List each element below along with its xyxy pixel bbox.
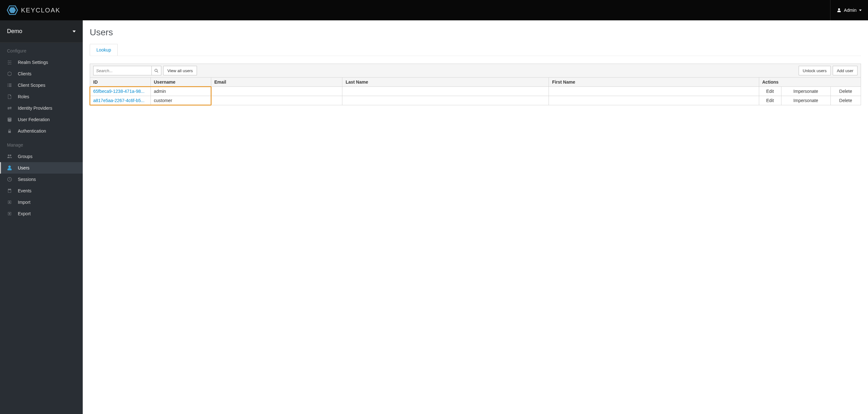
sidebar-item-label: Clients [18,71,31,76]
search-group [93,66,161,75]
list-icon [7,83,12,88]
edit-action[interactable]: Edit [759,96,781,105]
header-email: Email [211,77,342,87]
cell-id: 65fbeca9-1238-471a-98... [90,87,151,96]
sidebar-item-users[interactable]: Users [0,162,83,173]
sidebar-item-roles[interactable]: Roles [0,91,83,102]
table-header-row: ID Username Email Last Name First Name A… [90,77,861,87]
calendar-icon [7,188,12,193]
unlock-users-button[interactable]: Unlock users [799,66,831,75]
sidebar-item-identity-providers[interactable]: Identity Providers [0,102,83,114]
sidebar-item-label: Roles [18,94,29,99]
sidebar: Demo ConfigureRealm SettingsClientsClien… [0,20,83,414]
user-id-link[interactable]: a817e5aa-2267-4c6f-b5... [93,98,145,103]
realm-name: Demo [7,28,22,35]
sidebar-section-header: Manage [0,137,83,151]
main-content: Users Lookup View all users Unlock users… [83,20,868,414]
sidebar-item-groups[interactable]: Groups [0,151,83,162]
sidebar-item-realm-settings[interactable]: Realm Settings [0,57,83,68]
sidebar-item-events[interactable]: Events [0,185,83,196]
view-all-users-button[interactable]: View all users [163,66,197,75]
export-icon [7,211,12,216]
database-icon [7,117,12,122]
realm-selector[interactable]: Demo [0,20,83,42]
edit-action[interactable]: Edit [759,87,781,96]
sidebar-item-label: User Federation [18,117,50,122]
sidebar-item-label: Export [18,211,31,216]
sidebar-item-sessions[interactable]: Sessions [0,173,83,185]
cell-username: customer [151,96,211,105]
search-icon [154,69,158,73]
header-lastname: Last Name [342,77,549,87]
sidebar-item-clients[interactable]: Clients [0,68,83,79]
sidebar-item-authentication[interactable]: Authentication [0,125,83,137]
sidebar-item-user-federation[interactable]: User Federation [0,114,83,125]
lock-icon [7,128,12,133]
logo-text: KEYCLOAK [21,7,60,14]
user-menu[interactable]: Admin [830,0,868,20]
clock-icon [7,177,12,182]
cell-id: a817e5aa-2267-4c6f-b5... [90,96,151,105]
cube-icon [7,71,12,76]
header-actions: Actions [759,77,861,87]
cell-email [211,96,342,105]
table-row: 65fbeca9-1238-471a-98...adminEditImperso… [90,87,861,96]
user-id-link[interactable]: 65fbeca9-1238-471a-98... [93,89,145,94]
user-icon [837,8,841,12]
table-row: a817e5aa-2267-4c6f-b5...customerEditImpe… [90,96,861,105]
import-icon [7,200,12,205]
cell-email [211,87,342,96]
delete-action[interactable]: Delete [831,96,861,105]
toolbar: View all users Unlock users Add user [90,64,861,77]
cell-username: admin [151,87,211,96]
tab-lookup[interactable]: Lookup [90,44,118,56]
sidebar-item-label: Events [18,188,31,193]
sidebar-item-label: Client Scopes [18,83,45,88]
impersonate-action[interactable]: Impersonate [781,96,831,105]
users-table: ID Username Email Last Name First Name A… [90,77,861,105]
cell-lastname [342,87,549,96]
file-icon [7,94,12,99]
chevron-down-icon [72,31,76,32]
chevron-down-icon [859,9,862,11]
search-button[interactable] [152,66,161,75]
logo[interactable]: KEYCLOAK [6,4,60,16]
users-icon [7,154,12,159]
sidebar-item-label: Sessions [18,177,36,182]
cell-firstname [549,87,759,96]
header-username: Username [151,77,211,87]
add-user-button[interactable]: Add user [833,66,858,75]
sidebar-section-header: Configure [0,42,83,57]
header-id: ID [90,77,151,87]
cell-firstname [549,96,759,105]
sidebar-item-label: Import [18,200,31,205]
top-header: KEYCLOAK Admin [0,0,868,20]
sidebar-item-client-scopes[interactable]: Client Scopes [0,79,83,91]
sidebar-item-label: Authentication [18,128,46,133]
sidebar-item-label: Groups [18,154,32,159]
delete-action[interactable]: Delete [831,87,861,96]
sidebar-item-label: Realm Settings [18,60,48,65]
tabs: Lookup [90,44,861,56]
search-input[interactable] [93,66,152,75]
sliders-icon [7,60,12,65]
user-name: Admin [844,8,857,13]
header-firstname: First Name [549,77,759,87]
impersonate-action[interactable]: Impersonate [781,87,831,96]
sidebar-item-label: Users [18,165,30,170]
svg-marker-1 [9,7,16,13]
sidebar-item-export[interactable]: Export [0,208,83,219]
sidebar-item-label: Identity Providers [18,105,52,110]
keycloak-logo-icon [6,4,19,16]
exchange-icon [7,105,12,110]
user-icon [7,165,12,170]
sidebar-item-import[interactable]: Import [0,196,83,208]
users-panel: View all users Unlock users Add user ID … [90,64,861,105]
cell-lastname [342,96,549,105]
page-title: Users [90,27,861,37]
